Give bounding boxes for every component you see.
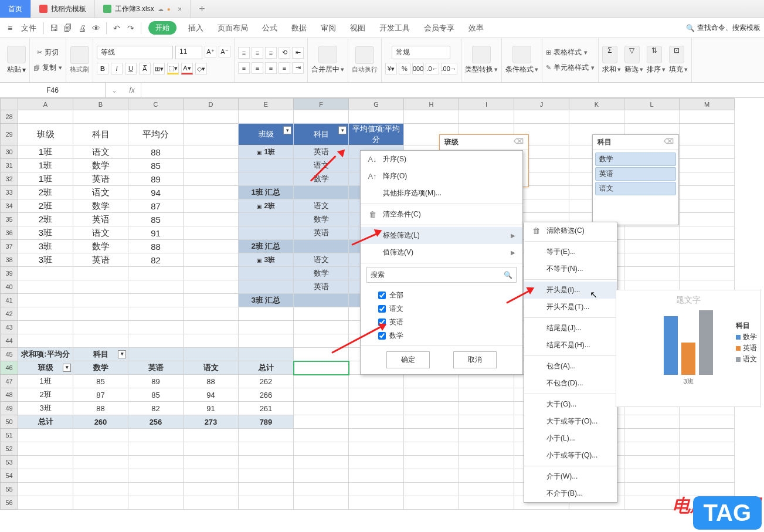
filter-op-item[interactable]: 开头不是(T)... — [524, 299, 617, 316]
menu-item[interactable]: 会员专享 — [417, 23, 461, 32]
row-header[interactable]: 30 — [1, 145, 18, 159]
wrap-icon[interactable] — [355, 46, 374, 64]
save-as-icon[interactable]: 🗐 — [62, 22, 74, 35]
chevron-down-icon[interactable]: ▾ — [22, 66, 26, 74]
filter-op-item[interactable]: 等于(E)... — [524, 243, 617, 260]
slicer-clear-icon[interactable]: ⌫ — [514, 137, 524, 147]
indent-left-icon[interactable]: ⇤ — [292, 47, 304, 59]
filter-op-item[interactable]: 包含(A)... — [524, 358, 617, 375]
menu-icon[interactable]: ≡ — [4, 22, 16, 35]
table-style-button[interactable]: ⊞ 表格样式▾ — [546, 46, 588, 60]
row-header[interactable]: 56 — [1, 496, 18, 510]
slicer-item[interactable]: 数学 — [595, 153, 676, 166]
row-header[interactable]: 36 — [1, 226, 18, 240]
row-header[interactable]: 40 — [1, 280, 18, 294]
row-header[interactable]: 39 — [1, 267, 18, 280]
slicer-item[interactable]: 语文 — [595, 182, 676, 195]
bar-chart[interactable]: 题文字 科目 数学 英语 语文 3班 — [616, 290, 761, 407]
font-size-select[interactable]: 11 — [175, 46, 202, 59]
paste-icon[interactable] — [7, 46, 26, 63]
align-right-icon[interactable]: ≡ — [265, 62, 277, 74]
align-bottom-icon[interactable]: ≡ — [265, 47, 277, 59]
sort-desc-item[interactable]: A↑降序(O) — [361, 168, 522, 185]
format-painter-icon[interactable] — [70, 46, 89, 64]
menu-item[interactable]: 效率 — [461, 23, 491, 32]
row-header[interactable]: 51 — [1, 429, 18, 442]
row-header[interactable]: 55 — [1, 483, 18, 496]
col-header[interactable]: F — [294, 99, 349, 110]
col-header[interactable]: L — [624, 99, 680, 110]
preview-icon[interactable]: 👁 — [90, 22, 103, 35]
row-header[interactable]: 47 — [1, 375, 18, 388]
row-header[interactable]: 29 — [1, 124, 18, 145]
row-header[interactable]: 33 — [1, 186, 18, 199]
col-header[interactable]: M — [680, 99, 735, 110]
decrease-font-icon[interactable]: A⁻ — [219, 46, 230, 57]
paste-label[interactable]: 粘贴 — [7, 65, 21, 74]
value-filter-item[interactable]: 值筛选(V)▶ — [361, 244, 522, 261]
format-painter-label[interactable]: 格式刷 — [70, 65, 89, 74]
menu-start[interactable]: 开始 — [148, 21, 176, 35]
filter-op-item[interactable]: 大于或等于(O)... — [524, 413, 617, 430]
menu-item[interactable]: 审阅 — [314, 23, 343, 32]
col-header[interactable]: A — [18, 99, 73, 110]
comma-icon[interactable]: 000 — [412, 63, 424, 74]
border-top-icon[interactable]: A̅ — [139, 63, 151, 74]
row-header[interactable]: 45 — [1, 348, 18, 361]
formula-input[interactable] — [141, 83, 764, 97]
align-left-icon[interactable]: ≡ — [238, 62, 250, 74]
fx-icon[interactable]: fx — [123, 86, 141, 94]
col-header[interactable]: E — [239, 99, 294, 110]
filter-icon[interactable]: ▽ — [624, 46, 640, 63]
menu-item[interactable]: 开发工具 — [372, 23, 417, 32]
filter-op-item[interactable]: 小于(L)... — [524, 430, 617, 447]
slicer-subject[interactable]: 科目⌫ 数学英语语文 — [592, 134, 679, 225]
filter-button[interactable]: ▾ — [338, 126, 347, 134]
undo-icon[interactable]: ↶ — [110, 22, 123, 35]
dec-inc-icon[interactable]: .0← — [426, 63, 439, 74]
row-header[interactable]: 35 — [1, 213, 18, 226]
command-search[interactable]: 🔍查找命令、搜索模板 — [686, 23, 760, 33]
sum-icon[interactable]: Σ — [602, 46, 617, 63]
fill-color-icon[interactable]: ⬚▾ — [167, 63, 179, 74]
condfmt-icon[interactable] — [512, 46, 531, 63]
italic-button[interactable]: I — [111, 63, 123, 74]
row-header[interactable]: 54 — [1, 469, 18, 483]
cancel-button[interactable]: 取消 — [453, 351, 497, 368]
filter-check[interactable]: 全部 — [378, 289, 505, 302]
filter-search-input[interactable]: 搜索🔍 — [366, 267, 517, 283]
orientation-icon[interactable]: ⟲ — [279, 47, 290, 59]
increase-font-icon[interactable]: A⁺ — [205, 46, 216, 57]
currency-icon[interactable]: ¥▾ — [385, 63, 397, 74]
cell-style-button[interactable]: ✎ 单元格样式▾ — [546, 61, 595, 75]
font-family-select[interactable]: 等线 — [97, 46, 173, 59]
cut-button[interactable]: ✂ 剪切 — [37, 46, 59, 60]
filter-op-item[interactable]: 不介于(B)... — [524, 485, 617, 502]
row-header[interactable]: 49 — [1, 402, 18, 415]
filter-check[interactable]: 语文 — [378, 302, 505, 316]
row-header[interactable]: 38 — [1, 253, 18, 267]
cancel-fx-icon[interactable]: ⌄ — [106, 86, 123, 94]
filter-op-item[interactable]: 不包含(D)... — [524, 375, 617, 392]
sort-icon[interactable]: ⇅ — [647, 46, 662, 63]
print-icon[interactable]: 🖨 — [76, 22, 89, 35]
label-filter-item[interactable]: 标签筛选(L)▶ — [361, 227, 522, 244]
font-color-icon[interactable]: A▾ — [181, 63, 193, 74]
filter-check[interactable]: 英语 — [378, 316, 505, 329]
sort-asc-item[interactable]: A↓升序(S) — [361, 151, 522, 168]
borders-icon[interactable]: ⊞▾ — [153, 63, 165, 74]
filter-check[interactable]: 数学 — [378, 329, 505, 343]
tab-home[interactable]: 首页 — [0, 0, 31, 18]
name-box[interactable]: F46 — [0, 83, 106, 97]
row-header[interactable]: 52 — [1, 442, 18, 456]
col-header[interactable]: I — [459, 99, 514, 110]
row-header[interactable]: 31 — [1, 159, 18, 172]
align-middle-icon[interactable]: ≡ — [252, 47, 263, 59]
tab-templates[interactable]: 找稻壳模板 — [31, 0, 95, 18]
merge-icon[interactable] — [318, 46, 337, 63]
typeconv-icon[interactable] — [472, 46, 491, 63]
align-top-icon[interactable]: ≡ — [238, 47, 250, 59]
save-icon[interactable]: 🖫 — [47, 22, 60, 35]
menu-file[interactable]: 文件 — [21, 23, 36, 33]
row-header[interactable]: 43 — [1, 321, 18, 334]
